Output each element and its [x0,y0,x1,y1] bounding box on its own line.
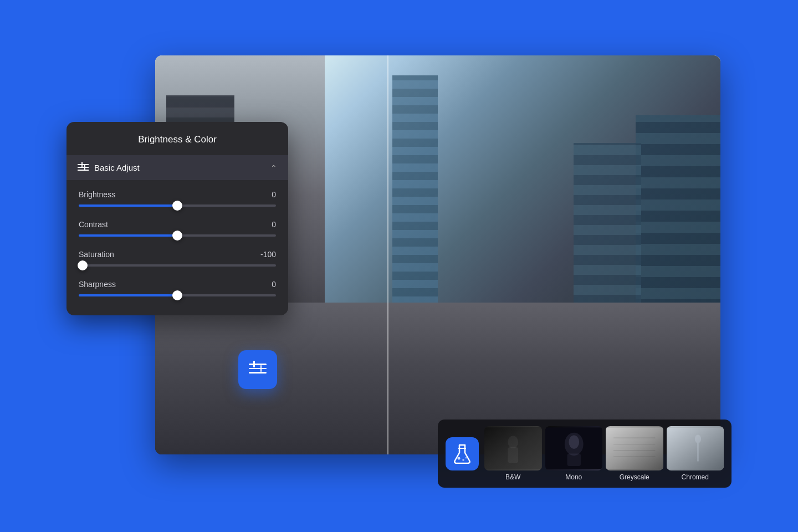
adjust-toggle-button[interactable] [238,350,277,389]
svg-point-2 [458,457,461,459]
main-container: Brightness & Color Basic Adjust ⌃ Bright… [66,39,732,493]
section-label: Basic Adjust [94,163,140,172]
section-header-left: Basic Adjust [78,163,140,172]
filter-thumb-grey [606,426,663,470]
saturation-row: Saturation -100 [66,244,288,274]
contrast-row: Contrast 0 [66,214,288,244]
filter-item-chromed[interactable]: Chromed [667,426,724,481]
svg-rect-8 [508,447,518,463]
brightness-row: Brightness 0 [66,185,288,214]
filter-strip: B&W Mono [438,420,732,488]
filter-label-bw: B&W [505,473,520,481]
saturation-track[interactable] [79,264,276,267]
svg-point-4 [466,457,467,458]
filter-item-mono[interactable]: Mono [545,426,603,481]
brightness-value: 0 [254,190,276,199]
contrast-value: 0 [254,220,276,229]
contrast-fill [79,234,177,237]
sliders-panel: Brightness & Color Basic Adjust ⌃ Bright… [66,122,288,315]
filter-thumb-chromed [667,426,724,470]
saturation-thumb[interactable] [78,260,88,270]
section-header[interactable]: Basic Adjust ⌃ [66,155,288,180]
sharpness-row: Sharpness 0 [66,274,288,304]
brightness-label-row: Brightness 0 [79,190,276,199]
filter-item-bw[interactable]: B&W [484,426,542,481]
lab-icon-button[interactable] [446,437,479,470]
sharpness-fill [79,294,177,296]
svg-rect-20 [667,427,724,469]
contrast-track[interactable] [79,234,276,237]
contrast-label: Contrast [79,220,108,229]
filter-thumb-bw [484,426,542,470]
panel-title: Brightness & Color [66,122,288,155]
sharpness-label-row: Sharpness 0 [79,280,276,289]
brightness-label: Brightness [79,190,115,199]
brightness-track[interactable] [79,204,276,207]
saturation-label: Saturation [79,250,114,259]
svg-rect-14 [606,427,663,469]
filter-label-chromed: Chromed [682,473,709,481]
svg-point-3 [462,459,464,461]
svg-point-7 [508,436,518,448]
filter-thumb-mono [545,426,603,470]
filter-label-greyscale: Greyscale [620,473,649,481]
saturation-value: -100 [254,250,276,259]
chevron-up-icon: ⌃ [270,163,277,172]
adjust-toggle-icon [249,364,267,376]
brightness-thumb[interactable] [172,201,182,211]
sharpness-value: 0 [254,280,276,289]
lab-flask-icon [453,444,471,464]
svg-point-11 [569,435,579,448]
adjust-sliders-icon [78,164,89,172]
svg-rect-12 [567,453,580,466]
saturation-label-row: Saturation -100 [79,250,276,259]
sharpness-label: Sharpness [79,280,116,289]
filter-item-greyscale[interactable]: Greyscale [606,426,663,481]
filter-label-mono: Mono [565,473,582,481]
contrast-thumb[interactable] [172,231,182,241]
sharpness-track[interactable] [79,294,276,296]
brightness-fill [79,204,177,207]
svg-point-21 [694,435,700,443]
sharpness-thumb[interactable] [172,290,182,300]
contrast-label-row: Contrast 0 [79,220,276,229]
